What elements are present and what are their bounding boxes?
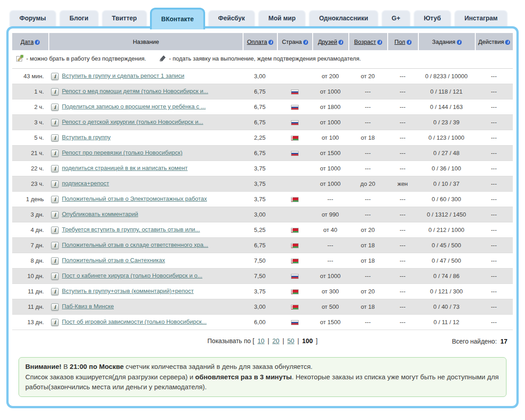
cell-friends: от 500	[312, 299, 348, 315]
order-info-button[interactable]	[51, 134, 59, 142]
order-title-link[interactable]: Поделиться записью о вросшем ногте у реб…	[62, 103, 206, 110]
tab-6[interactable]: Мой мир	[258, 10, 306, 26]
cell-age: от 20	[348, 284, 387, 299]
order-info-button[interactable]	[51, 242, 59, 249]
table-row: 23 ч.подписка+репост3,75от 1000до 20жен0…	[12, 176, 513, 192]
order-info-button[interactable]	[51, 319, 59, 326]
order-title-link[interactable]: Пост об игровой зависимости (только Ново…	[62, 318, 206, 325]
order-title-link[interactable]: Репост о детской хирургии (только Новоси…	[62, 118, 203, 125]
order-title-link[interactable]: Вступить в группу	[62, 134, 111, 141]
cell-pay: 6,00	[243, 315, 277, 330]
order-title-link[interactable]: Репост про перевязки (только Новосибирск…	[62, 149, 183, 156]
order-info-button[interactable]	[51, 104, 59, 111]
order-info-button[interactable]	[51, 119, 59, 126]
cell-date: 10 дн.	[12, 269, 48, 284]
table-row: 7 дн.Положительный отзыв о складе ответс…	[12, 238, 513, 253]
column-label[interactable]: Возраст	[354, 38, 376, 45]
page-size-option-20[interactable]: 20	[272, 337, 280, 344]
cell-actions: ---	[475, 284, 513, 299]
cell-title: Требуется вступить в группу, оставить от…	[48, 222, 243, 238]
cell-pay: 3,75	[243, 284, 277, 299]
column-label[interactable]: Пол	[394, 38, 405, 45]
cell-date: 23 ч.	[12, 176, 48, 192]
order-info-button[interactable]	[51, 88, 59, 95]
cell-title: Опубликовать комментарий	[48, 207, 243, 222]
column-label[interactable]: Дата	[21, 38, 34, 45]
column-info-icon[interactable]	[505, 40, 510, 45]
order-info-button[interactable]	[51, 257, 59, 264]
order-info-button[interactable]	[51, 196, 59, 203]
tab-10[interactable]: Инстаграм	[454, 10, 508, 26]
column-info-icon[interactable]	[457, 40, 462, 45]
cell-age: до 20	[348, 176, 387, 192]
order-info-button[interactable]	[51, 273, 59, 280]
column-info-icon[interactable]	[377, 40, 382, 45]
tab-9[interactable]: Ютуб	[413, 10, 451, 26]
column-label[interactable]: Оплата	[247, 38, 267, 45]
order-title-link[interactable]: Пост о кабинете хирурга (только Новосиби…	[62, 272, 202, 279]
tab-4-active[interactable]: ВКонтакте	[150, 8, 205, 29]
tab-2[interactable]: Блоги	[59, 10, 99, 26]
cell-tasks: 0 / 47 / 500	[418, 253, 475, 269]
column-info-icon[interactable]	[35, 40, 40, 45]
order-info-button[interactable]	[51, 288, 59, 295]
tab-1[interactable]: Форумы	[9, 10, 56, 26]
order-title-link[interactable]: Паб-Квиз в Минске	[62, 303, 114, 310]
cell-tasks: 0 / 45 / 500	[418, 238, 475, 253]
tab-7[interactable]: Одноклассники	[309, 10, 379, 26]
cell-friends: от 1000	[312, 269, 348, 284]
cell-date: 5 ч.	[12, 130, 48, 146]
tab-5[interactable]: Фейсбук	[208, 10, 255, 26]
legend-text-2: - подать заявку на выполнение, ждем подт…	[169, 55, 361, 62]
order-title-link[interactable]: подписка+репост	[62, 180, 109, 187]
column-info-icon[interactable]	[407, 40, 412, 45]
order-title-link[interactable]: Вступить в группу+отзыв (комментарий)+ре…	[62, 288, 194, 294]
order-info-button[interactable]	[51, 227, 59, 234]
order-title-link[interactable]: Репост о мед помощи детям (только Новоси…	[62, 88, 208, 94]
order-info-button[interactable]	[51, 211, 59, 218]
column-info-icon[interactable]	[338, 40, 343, 45]
cell-pay: 3,75	[243, 161, 277, 176]
table-row: 43 мин.Вступить в группу и сделать репос…	[12, 69, 513, 84]
page-size-option-10[interactable]: 10	[258, 337, 265, 344]
cell-actions: ---	[475, 238, 513, 253]
table-row: 5 ч.Вступить в группу2,25от 100от 18---0…	[12, 130, 513, 146]
order-title-link[interactable]: Требуется вступить в группу, оставить от…	[62, 226, 200, 233]
order-info-button[interactable]	[51, 165, 59, 172]
cell-age: от 18	[348, 238, 387, 253]
order-info-button[interactable]	[51, 150, 59, 157]
order-info-button[interactable]	[51, 180, 59, 188]
column-header-4: Страна	[277, 33, 312, 50]
order-info-button[interactable]	[51, 303, 59, 311]
table-row: 21 ч.Репост про перевязки (только Новоси…	[12, 146, 513, 161]
order-info-button[interactable]	[51, 73, 59, 80]
table-row: 11 дн.Вступить в группу+отзыв (комментар…	[12, 284, 513, 299]
column-header-6: Возраст	[348, 33, 387, 50]
table-header-row: ДатаНазваниеОплатаСтранаДрузейВозрастПол…	[12, 33, 513, 50]
column-label[interactable]: Друзей	[318, 38, 338, 45]
order-title-link[interactable]: поделиться страницей в вк и написать ком…	[62, 165, 188, 171]
cell-title: Пост об игровой зависимости (только Ново…	[48, 315, 243, 330]
column-info-icon[interactable]	[303, 40, 308, 45]
order-title-link[interactable]: Положительный отзыв о Сантехниках	[62, 257, 165, 264]
order-title-link[interactable]: Вступить в группу и сделать репост 1 зап…	[62, 72, 184, 79]
notice-line-1: Внимание! В 21:00 по Москве счетчик коли…	[25, 362, 500, 372]
cell-tasks: 0 / 1312 / 1450	[418, 207, 475, 222]
cell-date: 13 дн.	[12, 315, 48, 330]
column-info-icon[interactable]	[268, 40, 273, 45]
page-size-separator: |	[266, 337, 271, 344]
cell-date: 4 дн.	[12, 222, 48, 238]
tab-8[interactable]: G+	[381, 10, 411, 26]
order-title-link[interactable]: Положительный отзыв о Электромонтажных р…	[62, 195, 207, 202]
cell-gender: ---	[387, 299, 418, 315]
cell-actions: ---	[475, 161, 513, 176]
cell-country	[277, 315, 312, 330]
tab-3[interactable]: Твиттер	[102, 10, 147, 26]
notice-segment: обновляется раз в 3 минуты	[195, 373, 292, 381]
page-size-option-50[interactable]: 50	[287, 337, 295, 344]
order-title-link[interactable]: Опубликовать комментарий	[62, 211, 138, 217]
page: ФорумыБлогиТвиттерВКонтактеФейсбукМой ми…	[0, 0, 525, 408]
table-row: 3 дн.Опубликовать комментарий3,00от 990-…	[12, 207, 513, 222]
notice-segment: 21:00 по Москве	[70, 363, 124, 370]
order-title-link[interactable]: Положительный отзыв о складе ответственн…	[62, 241, 208, 248]
